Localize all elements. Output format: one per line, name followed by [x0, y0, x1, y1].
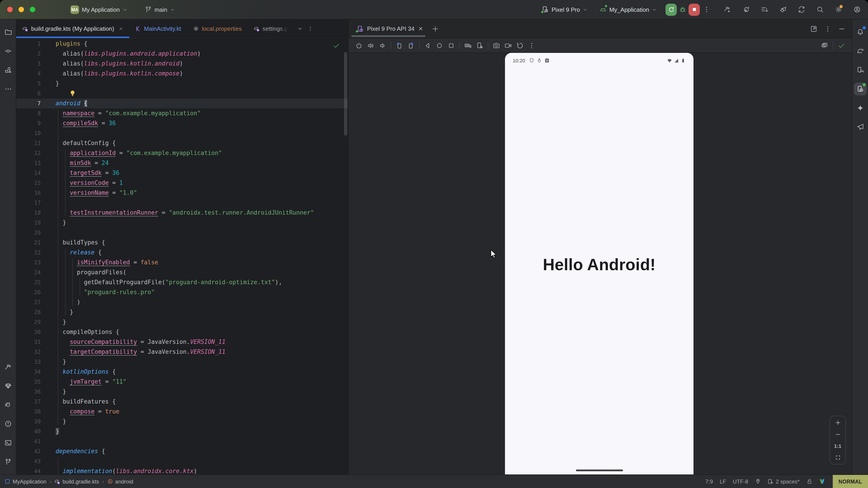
close-icon[interactable]	[118, 26, 123, 31]
code-line-28[interactable]: 28 }	[16, 307, 348, 317]
code-line-11[interactable]: 11 defaultConfig {	[16, 138, 348, 148]
minimize-window-button[interactable]	[19, 7, 24, 12]
project-widget[interactable]: MA My Application	[68, 3, 130, 15]
device-settings-button[interactable]	[474, 42, 486, 49]
indent-style[interactable]: 2 spaces*	[768, 478, 800, 485]
code-line-34[interactable]: 34 kotlinOptions {	[16, 367, 348, 377]
code-line-31[interactable]: 31 sourceCompatibility = JavaVersion.VER…	[16, 337, 348, 347]
add-device-tab-button[interactable]	[432, 25, 439, 32]
code-line-7[interactable]: 7android {	[16, 98, 348, 108]
code-line-36[interactable]: 36 }	[16, 387, 348, 397]
attach-debugger-button[interactable]	[778, 4, 788, 15]
tool-window-more-tool-windows[interactable]	[2, 83, 14, 95]
code-line-12[interactable]: 12 applicationId = "com.example.myapplic…	[16, 148, 348, 158]
panel-options-button[interactable]	[824, 25, 831, 32]
tool-window-build[interactable]	[2, 361, 14, 373]
rotate-right-button[interactable]	[405, 42, 417, 49]
code-line-25[interactable]: 25 getDefaultProguardFile("proguard-andr…	[16, 278, 348, 287]
file-lock[interactable]	[806, 479, 812, 484]
code-line-33[interactable]: 33 }	[16, 357, 348, 367]
branch-widget[interactable]: main	[142, 4, 178, 15]
debug-button[interactable]	[679, 6, 686, 13]
run-configuration-selector[interactable]: My_Application	[597, 4, 659, 15]
tool-window-resource-manager[interactable]	[2, 64, 14, 76]
code-line-24[interactable]: 24 proguardFiles(	[16, 267, 348, 278]
stop-button[interactable]	[688, 3, 700, 15]
editor-tab-1[interactable]: MainActivity.kt	[129, 20, 187, 38]
back-button[interactable]	[422, 42, 434, 49]
inspections-ok-icon[interactable]	[333, 42, 340, 49]
zoom-window-button[interactable]	[30, 7, 35, 12]
chevron-down-icon[interactable]	[297, 26, 303, 32]
zoom-in-button[interactable]	[835, 420, 841, 426]
code-line-10[interactable]: 10	[16, 128, 348, 138]
code-line-35[interactable]: 35 jvmTarget = "11"	[16, 377, 348, 387]
hide-panel-button[interactable]	[838, 25, 845, 32]
screen-record-button[interactable]	[502, 42, 514, 49]
home-button[interactable]	[434, 42, 445, 49]
code-line-43[interactable]: 43	[16, 456, 348, 466]
file-encoding[interactable]: UTF-8	[733, 478, 748, 485]
tool-window-app-inspection[interactable]	[2, 380, 14, 392]
tool-window-commit[interactable]	[2, 45, 14, 57]
ideavim[interactable]	[819, 479, 825, 484]
code-line-30[interactable]: 30 compileOptions {	[16, 327, 348, 337]
rotate-left-button[interactable]	[393, 42, 405, 49]
code-line-22[interactable]: 22 release {	[16, 248, 348, 258]
code-line-8[interactable]: 8 namespace = "com.example.myapplication…	[16, 108, 348, 119]
virtual-input-button[interactable]	[462, 42, 474, 49]
account-button[interactable]	[852, 4, 863, 15]
tool-window-notifications[interactable]	[854, 26, 866, 38]
code-line-21[interactable]: 21 buildTypes {	[16, 238, 348, 248]
close-icon[interactable]	[418, 26, 424, 32]
tool-window-project[interactable]	[2, 26, 14, 38]
kebab-icon[interactable]	[308, 26, 313, 32]
editor-tab-0[interactable]: build.gradle.kts (My Application)	[16, 20, 129, 38]
emulator-tab[interactable]: Pixel 9 Pro API 34	[348, 20, 428, 38]
code-line-5[interactable]: 5}	[16, 78, 348, 89]
apply-changes-button[interactable]	[741, 4, 751, 15]
code-line-27[interactable]: 27 )	[16, 297, 348, 307]
code-line-19[interactable]: 19 }	[16, 218, 348, 228]
code-line-42[interactable]: 42dependencies {	[16, 447, 348, 456]
emulator-display[interactable]: 10:20 Hello Android!	[505, 53, 693, 475]
line-separator[interactable]: LF	[720, 478, 726, 485]
close-window-button[interactable]	[7, 7, 13, 12]
breadcrumb-item[interactable]: MyApplication	[4, 478, 46, 485]
zoom-reset-button[interactable]: 1:1	[834, 443, 841, 449]
code-line-29[interactable]: 29 }	[16, 317, 348, 327]
tool-window-app-quality-insights[interactable]	[854, 121, 866, 133]
code-line-20[interactable]: 20	[16, 228, 348, 238]
volume-down-button[interactable]	[377, 42, 388, 49]
code-line-3[interactable]: 3 alias(libs.plugins.kotlin.android)	[16, 59, 348, 69]
screenshot-button[interactable]	[491, 42, 502, 49]
search-everywhere-button[interactable]	[815, 4, 826, 15]
code-line-41[interactable]: 41	[16, 436, 348, 447]
code-line-6[interactable]: 6	[16, 89, 348, 98]
settings-button[interactable]	[833, 4, 844, 15]
tool-window-terminal[interactable]	[2, 436, 14, 449]
tool-window-problems[interactable]	[2, 418, 14, 430]
snapshot-reset-button[interactable]	[514, 42, 526, 49]
kebab-button[interactable]	[526, 42, 537, 49]
power-button[interactable]	[353, 42, 365, 49]
zoom-out-button[interactable]	[835, 431, 841, 437]
build-button[interactable]	[722, 4, 733, 15]
editor-tab-3[interactable]: settings.g	[248, 20, 293, 38]
code-line-14[interactable]: 14 targetSdk = 36	[16, 168, 348, 178]
overview-button[interactable]	[445, 42, 457, 49]
code-line-18[interactable]: 18 testInstrumentationRunner = "androidx…	[16, 208, 348, 218]
code-line-39[interactable]: 39 }	[16, 417, 348, 427]
code-line-2[interactable]: 2 alias(libs.plugins.android.application…	[16, 49, 348, 59]
device-selector[interactable]: Pixel 9 Pro	[539, 4, 590, 15]
code-line-17[interactable]: 17	[16, 198, 348, 208]
run-more-button[interactable]	[701, 4, 712, 15]
editor-tab-2[interactable]: local.properties	[187, 20, 248, 38]
screen-search-button[interactable]	[819, 42, 831, 49]
sync-project-button[interactable]	[796, 4, 807, 15]
breadcrumb-item[interactable]: android	[107, 478, 133, 485]
tool-window-gemini[interactable]	[854, 102, 866, 114]
code-line-16[interactable]: 16 versionName = "1.0"	[16, 188, 348, 198]
code-line-40[interactable]: 40}	[16, 427, 348, 436]
status-check-button[interactable]	[835, 42, 847, 49]
